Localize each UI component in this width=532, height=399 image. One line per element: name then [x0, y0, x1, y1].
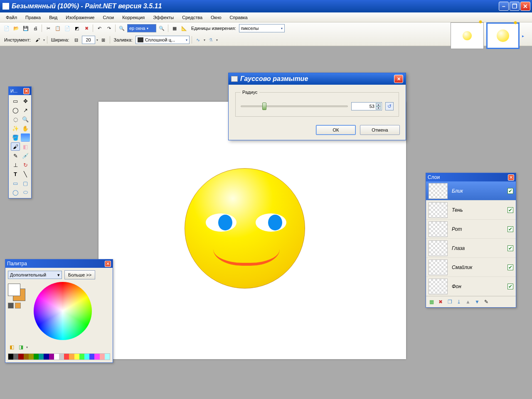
ok-button[interactable]: ОК — [316, 125, 356, 135]
palette-swatch[interactable] — [54, 354, 59, 360]
pencil-tool[interactable]: ✎ — [11, 152, 20, 160]
minimize-button[interactable]: – — [499, 2, 509, 11]
move-selection-tool[interactable]: ↗ — [21, 106, 30, 114]
palette-manage-icon[interactable]: ◨ — [17, 343, 25, 351]
menu-изображение[interactable]: Изображение — [62, 14, 99, 21]
zoom-in-icon[interactable]: 🔍 — [158, 24, 166, 32]
grid-button[interactable]: ▦ — [170, 24, 179, 32]
palette-swatch[interactable] — [8, 354, 13, 360]
move-tool[interactable]: ✥ — [21, 97, 30, 105]
foreground-color[interactable] — [8, 284, 20, 296]
layer-visibility-checkbox[interactable]: ✔ — [507, 264, 513, 270]
radius-slider[interactable] — [241, 105, 348, 107]
clone-tool[interactable]: ⊥ — [11, 161, 20, 169]
freeform-tool[interactable]: ⬭ — [21, 188, 30, 196]
redo-button[interactable]: ↷ — [105, 24, 113, 32]
maximize-button[interactable]: ❐ — [510, 2, 520, 11]
menu-справка[interactable]: Справка — [226, 14, 252, 21]
palette-swatch[interactable] — [94, 354, 99, 360]
layer-row[interactable]: Блик ✔ — [426, 181, 516, 201]
bucket-tool[interactable]: 🪣 — [11, 133, 20, 142]
palette-swatch[interactable] — [34, 354, 39, 360]
palette-swatch[interactable] — [24, 354, 29, 360]
antialias-button[interactable]: ∿ — [194, 36, 202, 44]
layer-visibility-checkbox[interactable]: ✔ — [507, 245, 513, 251]
picker-tool[interactable]: 💉 — [21, 152, 30, 160]
spin-up[interactable]: ▴ — [376, 103, 381, 106]
pan-tool[interactable]: ✋ — [21, 124, 30, 132]
save-button[interactable]: 💾 — [22, 24, 30, 32]
bw-swatch[interactable] — [8, 303, 14, 308]
wand-tool[interactable]: ✨ — [11, 124, 20, 132]
palette-swatch[interactable] — [39, 354, 44, 360]
palette-more-button[interactable]: Больше >> — [64, 270, 95, 279]
color-swatches[interactable] — [8, 284, 25, 301]
menu-правка[interactable]: Правка — [21, 14, 45, 21]
zoom-out-icon[interactable]: 🔍 — [118, 24, 126, 32]
menu-средства[interactable]: Средства — [178, 14, 207, 21]
cancel-button[interactable]: Отмена — [360, 125, 400, 135]
copy-button[interactable]: 📋 — [54, 24, 62, 32]
palette-swatch[interactable] — [69, 354, 74, 360]
open-button[interactable]: 📂 — [12, 24, 20, 32]
palette-swatch[interactable] — [18, 354, 23, 360]
layer-visibility-checkbox[interactable]: ✔ — [507, 284, 513, 289]
current-tool-icon[interactable]: 🖌 — [34, 36, 42, 44]
menu-файл[interactable]: Файл — [2, 14, 21, 21]
layer-visibility-checkbox[interactable]: ✔ — [507, 188, 513, 194]
layer-visibility-checkbox[interactable]: ✔ — [507, 226, 513, 232]
blend-button[interactable]: ⚗ — [207, 36, 215, 44]
deselect-button[interactable]: ✖ — [82, 24, 91, 32]
layer-row[interactable]: Тень ✔ — [426, 201, 516, 220]
add-layer-button[interactable]: ▦ — [428, 298, 435, 306]
width-increase[interactable]: ⊞ — [99, 36, 108, 44]
layer-props-button[interactable]: ✎ — [483, 298, 490, 306]
move-down-button[interactable]: ▼ — [473, 298, 481, 306]
zoom-dropdown[interactable]: ер окна ▾ — [127, 24, 156, 32]
text-tool[interactable]: T — [11, 170, 20, 178]
eraser-tool[interactable]: ◧ — [21, 142, 30, 151]
palette-row[interactable] — [8, 353, 110, 360]
palette-add-icon[interactable]: ◧ — [8, 343, 15, 351]
palette-swatch[interactable] — [44, 354, 49, 360]
crop-button[interactable]: ◩ — [73, 24, 81, 32]
layer-row[interactable]: Фон ✔ — [426, 277, 516, 296]
palette-swatch[interactable] — [79, 354, 84, 360]
lasso-tool[interactable]: ◯ — [11, 106, 20, 114]
dialog-titlebar[interactable]: Гауссово размытие ✕ — [229, 73, 406, 85]
thumb-menu[interactable]: ▸ — [522, 34, 526, 38]
ellipse-tool[interactable]: ◯ — [11, 188, 20, 196]
fill-dropdown[interactable]: Сплошной ц... ▾ — [135, 36, 190, 44]
rect-tool[interactable]: ▭ — [11, 179, 20, 187]
ruler-button[interactable]: 📐 — [180, 24, 188, 32]
alt-swatch[interactable] — [15, 303, 21, 308]
paste-button[interactable]: 📄 — [63, 24, 71, 32]
reset-button[interactable]: ↺ — [385, 102, 394, 110]
width-decrease[interactable]: ⊟ — [72, 36, 81, 44]
print-button[interactable]: 🖨 — [31, 24, 39, 32]
layer-visibility-checkbox[interactable]: ✔ — [507, 207, 513, 213]
palette-swatch[interactable] — [105, 354, 110, 360]
width-input[interactable]: 20 — [82, 36, 95, 44]
color-wheel[interactable] — [34, 282, 92, 340]
tools-panel-close[interactable]: ✕ — [23, 88, 30, 94]
tools-panel-title[interactable]: И... ✕ — [9, 87, 31, 95]
spin-down[interactable]: ▾ — [376, 106, 381, 110]
merge-layer-button[interactable]: ⤓ — [455, 298, 463, 306]
brush-tool[interactable]: 🖌 — [11, 142, 20, 151]
line-tool[interactable]: ╲ — [21, 170, 30, 178]
palette-panel-close[interactable]: ✕ — [105, 261, 111, 267]
document-thumb-2[interactable]: ✸ — [486, 22, 520, 49]
palette-swatch[interactable] — [64, 354, 69, 360]
ellipse-select-tool[interactable]: ◌ — [11, 115, 20, 123]
canvas[interactable] — [99, 102, 406, 359]
menu-окно[interactable]: Окно — [207, 14, 226, 21]
cut-button[interactable]: ✂ — [44, 24, 52, 32]
menu-эффекты[interactable]: Эффекты — [149, 14, 178, 21]
palette-swatch[interactable] — [74, 354, 79, 360]
palette-panel-title[interactable]: Палитра ✕ — [5, 259, 113, 268]
palette-mode-dropdown[interactable]: Дополнительный ▾ — [8, 271, 62, 279]
undo-button[interactable]: ↶ — [95, 24, 103, 32]
zoom-tool[interactable]: 🔍 — [21, 115, 30, 123]
layer-row[interactable]: Рот ✔ — [426, 220, 516, 239]
